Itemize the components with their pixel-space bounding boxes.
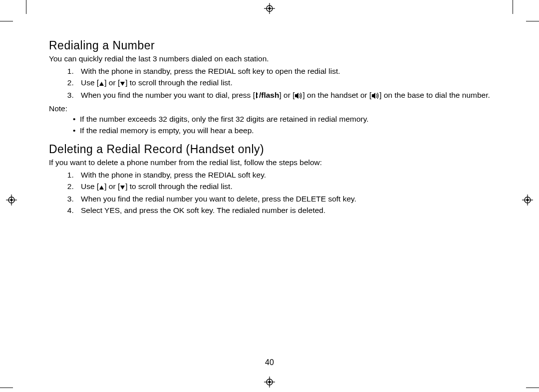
svg-marker-22	[99, 186, 104, 190]
step-text: ] on the base to dial the number.	[379, 91, 490, 99]
flash-label: /flash	[259, 91, 279, 99]
registration-mark-icon	[264, 3, 275, 14]
step-text: ] or [	[279, 91, 294, 99]
step-text: When you find the redial number you want…	[81, 195, 356, 203]
registration-mark-icon	[6, 195, 17, 205]
step-text: Use [	[81, 78, 99, 87]
list-item: With the phone in standby, press the RED…	[76, 170, 508, 180]
registration-mark-icon	[264, 377, 275, 388]
crop-mark	[526, 21, 539, 21]
talk-icon	[255, 91, 259, 101]
intro-text: You can quickly redial the last 3 number…	[49, 54, 508, 63]
speaker-icon	[371, 91, 379, 101]
step-text: ] or [	[104, 78, 120, 87]
list-item: Select YES, and press the OK soft key. T…	[76, 205, 508, 215]
up-triangle-icon	[99, 79, 104, 89]
crop-mark	[526, 388, 539, 388]
step-text: Use [	[81, 182, 99, 191]
svg-marker-21	[373, 93, 375, 99]
step-text: When you find the number you want to dia…	[81, 91, 255, 99]
down-triangle-icon	[120, 183, 125, 193]
list-item: Use [] or [] to scroll through the redia…	[76, 78, 508, 89]
step-text: ] to scroll through the redial list.	[125, 78, 233, 87]
step-text: ] or [	[104, 182, 120, 191]
list-item: When you find the redial number you want…	[76, 194, 508, 204]
svg-marker-19	[296, 93, 298, 99]
speaker-icon	[294, 91, 302, 101]
page-number: 40	[0, 358, 539, 367]
down-triangle-icon	[120, 79, 125, 89]
crop-mark	[26, 0, 26, 14]
registration-mark-icon	[522, 195, 533, 205]
svg-rect-18	[295, 94, 296, 97]
crop-mark	[0, 388, 13, 388]
step-text: Select YES, and press the OK soft key. T…	[81, 206, 325, 214]
step-text: With the phone in standby, press the RED…	[81, 171, 266, 179]
intro-text: If you want to delete a phone number fro…	[49, 158, 508, 167]
list-item: With the phone in standby, press the RED…	[76, 66, 508, 76]
svg-rect-20	[372, 94, 373, 97]
note-item: If the number exceeds 32 digits, only th…	[80, 114, 508, 124]
crop-mark	[0, 21, 13, 21]
heading-deleting: Deleting a Redial Record (Handset only)	[49, 143, 508, 156]
svg-marker-23	[120, 186, 125, 190]
note-item: If the redial memory is empty, you will …	[80, 126, 508, 136]
crop-mark	[513, 0, 513, 14]
up-triangle-icon	[99, 183, 104, 193]
note-label: Note:	[49, 104, 508, 113]
svg-marker-17	[120, 82, 125, 86]
step-text: With the phone in standby, press the RED…	[81, 67, 340, 75]
step-text: ] on the handset or [	[302, 91, 371, 99]
svg-marker-16	[99, 82, 104, 86]
list-item: Use [] or [] to scroll through the redia…	[76, 182, 508, 193]
list-item: When you find the number you want to dia…	[76, 90, 508, 101]
heading-redialing: Redialing a Number	[49, 39, 508, 52]
step-text: ] to scroll through the redial list.	[125, 182, 233, 191]
